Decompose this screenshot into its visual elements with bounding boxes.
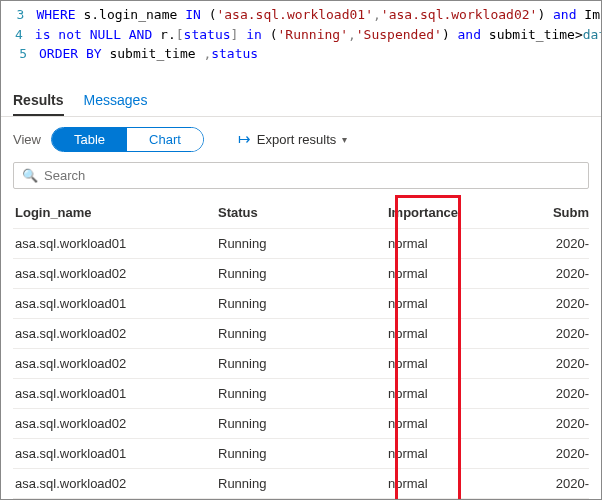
toggle-table[interactable]: Table xyxy=(52,128,127,151)
cell-submit: 2020- xyxy=(538,386,589,401)
tab-results[interactable]: Results xyxy=(13,84,64,116)
code-content[interactable]: WHERE s.login_name IN ('asa.sql.workload… xyxy=(36,5,601,25)
line-number: 4 xyxy=(1,25,35,45)
export-label: Export results xyxy=(257,132,336,147)
cell-login: asa.sql.workload02 xyxy=(13,266,218,281)
result-tabs: Results Messages xyxy=(1,84,601,117)
cell-login: asa.sql.workload01 xyxy=(13,296,218,311)
table-row[interactable]: asa.sql.workload02Runningnormal2020- xyxy=(13,319,589,349)
toggle-chart[interactable]: Chart xyxy=(127,128,203,151)
table-row[interactable]: asa.sql.workload02Runningnormal2020- xyxy=(13,469,589,499)
code-content[interactable]: ORDER BY submit_time ,status xyxy=(39,44,258,64)
line-number: 5 xyxy=(1,44,39,64)
cell-status: Running xyxy=(218,476,388,491)
view-label: View xyxy=(13,132,41,147)
cell-submit: 2020- xyxy=(538,476,589,491)
code-content[interactable]: is not NULL AND r.[status] in ('Running'… xyxy=(35,25,601,45)
cell-login: asa.sql.workload01 xyxy=(13,236,218,251)
view-toggle: Table Chart xyxy=(51,127,204,152)
sql-editor[interactable]: 3WHERE s.login_name IN ('asa.sql.workloa… xyxy=(1,1,601,84)
table-row[interactable]: asa.sql.workload01Runningnormal2020- xyxy=(13,229,589,259)
cell-status: Running xyxy=(218,296,388,311)
search-icon: 🔍 xyxy=(22,168,38,183)
header-login[interactable]: Login_name xyxy=(13,205,218,220)
cell-status: Running xyxy=(218,236,388,251)
cell-login: asa.sql.workload02 xyxy=(13,416,218,431)
cell-login: asa.sql.workload02 xyxy=(13,356,218,371)
header-status[interactable]: Status xyxy=(218,205,388,220)
table-row[interactable]: asa.sql.workload01Runningnormal2020- xyxy=(13,289,589,319)
cell-submit: 2020- xyxy=(538,266,589,281)
table-row[interactable]: asa.sql.workload01Runningnormal2020- xyxy=(13,439,589,469)
grid-header-row: Login_name Status Importance Subm xyxy=(13,195,589,229)
search-box[interactable]: 🔍 xyxy=(13,162,589,189)
cell-status: Running xyxy=(218,326,388,341)
export-results-button[interactable]: ↦ Export results ▾ xyxy=(238,130,347,148)
cell-status: Running xyxy=(218,416,388,431)
line-number: 3 xyxy=(1,5,36,25)
cell-status: Running xyxy=(218,446,388,461)
table-row[interactable]: asa.sql.workload01Runningnormal2020- xyxy=(13,379,589,409)
table-row[interactable]: asa.sql.workload02Runningnormal2020- xyxy=(13,259,589,289)
cell-submit: 2020- xyxy=(538,236,589,251)
cell-submit: 2020- xyxy=(538,446,589,461)
export-icon: ↦ xyxy=(238,130,251,148)
table-row[interactable]: asa.sql.workload02Runningnormal2020- xyxy=(13,409,589,439)
cell-status: Running xyxy=(218,266,388,281)
cell-submit: 2020- xyxy=(538,356,589,371)
table-row[interactable]: asa.sql.workload02Runningnormal2020- xyxy=(13,349,589,379)
cell-submit: 2020- xyxy=(538,296,589,311)
cell-login: asa.sql.workload01 xyxy=(13,386,218,401)
cell-status: Running xyxy=(218,356,388,371)
results-grid: Login_name Status Importance Subm asa.sq… xyxy=(1,195,601,501)
results-toolbar: View Table Chart ↦ Export results ▾ xyxy=(1,117,601,162)
cell-submit: 2020- xyxy=(538,416,589,431)
cell-login: asa.sql.workload02 xyxy=(13,326,218,341)
tab-messages[interactable]: Messages xyxy=(84,84,148,116)
cell-submit: 2020- xyxy=(538,326,589,341)
search-input[interactable] xyxy=(44,168,580,183)
importance-highlight-box xyxy=(395,195,461,501)
cell-login: asa.sql.workload02 xyxy=(13,476,218,491)
cell-login: asa.sql.workload01 xyxy=(13,446,218,461)
search-wrap: 🔍 xyxy=(1,162,601,195)
chevron-down-icon: ▾ xyxy=(342,134,347,145)
header-submit[interactable]: Subm xyxy=(538,205,589,220)
cell-status: Running xyxy=(218,386,388,401)
